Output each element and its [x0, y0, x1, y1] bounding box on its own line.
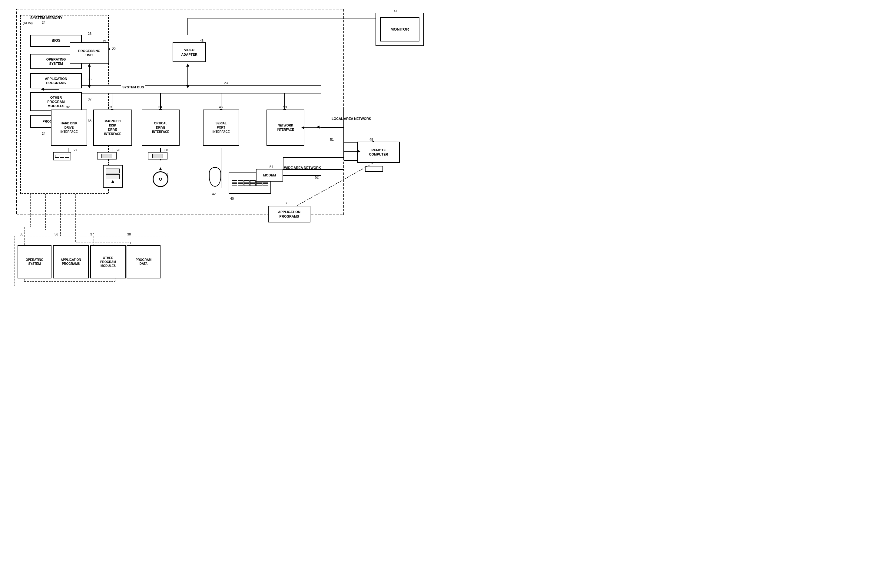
- svg-marker-13: [186, 63, 189, 67]
- n36-right-label: 36: [285, 201, 288, 205]
- n35-bottom-label: 35: [20, 232, 23, 236]
- hard-disk-interface-box: HARD DISK DRIVE INTERFACE: [51, 110, 87, 146]
- remote-device-icon: [365, 166, 383, 172]
- n36-bottom-label: 36: [54, 232, 58, 236]
- application-programs-box: APPLICATION PROGRAMS: [30, 73, 82, 88]
- n34-label: 34: [158, 105, 162, 109]
- n54-label: 54: [269, 165, 273, 168]
- n24-bottom: 24: [42, 132, 45, 135]
- mouse-icon: [209, 167, 221, 187]
- svg-marker-30: [316, 126, 319, 129]
- n46-label: 46: [219, 105, 223, 109]
- optical-disc-icon: [148, 152, 167, 159]
- remote-computer-box: REMOTE COMPUTER: [357, 142, 400, 163]
- cd-drive-icon: ▲: [150, 165, 171, 188]
- monitor-box: MONITOR: [376, 13, 424, 46]
- n37-label: 37: [88, 98, 92, 101]
- local-area-network-label: LOCAL AREA NETWORK: [332, 117, 371, 121]
- system-bus-label: SYSTEM BUS: [121, 86, 145, 89]
- processing-unit-box: PROCESSING UNIT: [70, 42, 109, 63]
- rom-label: (ROM): [23, 21, 33, 25]
- svg-marker-12: [186, 86, 189, 88]
- n28-label: 28: [117, 148, 120, 152]
- n38-label: 38: [88, 119, 92, 123]
- n38-bottom-label: 38: [127, 232, 131, 236]
- bottom-os-box: OPERATING SYSTEM: [18, 245, 51, 278]
- serial-port-interface-box: SERIAL PORT INTERFACE: [203, 110, 239, 146]
- floppy-icon: [97, 152, 117, 159]
- magnetic-disk-interface-box: MAGNETIC DISK DRIVE INTERFACE: [93, 110, 132, 146]
- n48-label: 48: [200, 39, 203, 42]
- bottom-program-data-box: PROGRAM DATA: [126, 245, 161, 278]
- application-programs-right-box: APPLICATION PROGRAMS: [268, 206, 310, 222]
- n24-top: 24: [42, 21, 45, 24]
- modem-box: MODEM: [256, 169, 283, 182]
- hard-disk-icon: [53, 152, 71, 160]
- n26-label: 26: [88, 32, 92, 35]
- svg-line-55: [297, 164, 373, 206]
- bottom-app-programs-box: APPLICATION PROGRAMS: [53, 245, 89, 278]
- n27-label: 27: [74, 148, 77, 152]
- n40-label: 40: [230, 197, 234, 200]
- optical-drive-interface-box: OPTICAL DRIVE INTERFACE: [142, 110, 180, 146]
- n52-label: 52: [315, 176, 319, 179]
- n37-bottom-label: 37: [90, 232, 94, 236]
- svg-marker-9: [88, 86, 91, 88]
- svg-marker-10: [88, 63, 91, 67]
- video-adapter-box: VIDEO ADAPTER: [173, 42, 206, 62]
- n36-label: 36: [88, 77, 92, 81]
- other-program-modules-box: OTHER PROGRAM MODULES: [30, 92, 82, 111]
- n23-label: 23: [224, 81, 228, 85]
- n49-label: 49: [370, 138, 373, 141]
- svg-rect-3: [59, 86, 321, 93]
- diagram: SYSTEM MEMORY (ROM) 24 26 BIOS 35 OPERAT…: [0, 0, 437, 294]
- floppy-drive-icon: ▲: [103, 165, 123, 188]
- n42-label: 42: [212, 192, 216, 196]
- network-interface-box: NETWORK INTERFACE: [266, 110, 304, 146]
- bottom-other-modules-box: OTHER PROGRAM MODULES: [90, 245, 126, 278]
- n47-label: 47: [394, 9, 397, 13]
- system-memory-label: SYSTEM MEMORY: [30, 16, 62, 20]
- n32-label: 32: [66, 105, 70, 109]
- n51-label: 51: [330, 138, 334, 141]
- n22-label: ▲ 22: [108, 47, 116, 51]
- wide-area-network-label: WIDE AREA NETWORK: [284, 166, 321, 170]
- n33-label: 33: [108, 105, 112, 109]
- n53-label: 53: [283, 105, 287, 109]
- n30-label: 30: [164, 148, 168, 152]
